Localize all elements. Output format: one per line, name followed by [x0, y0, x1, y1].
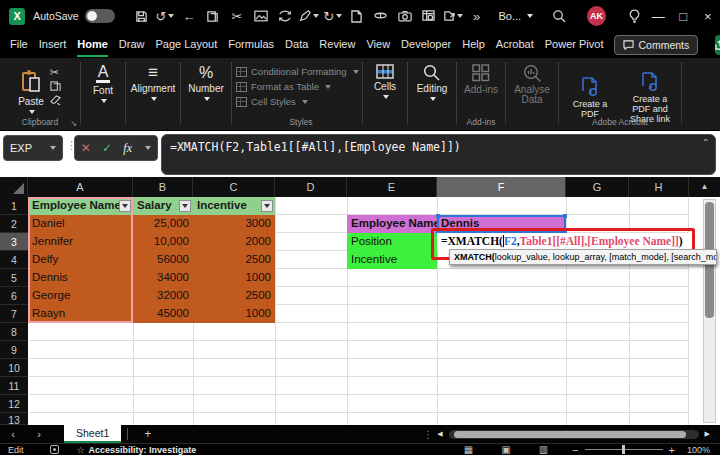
cell-f2-dennis[interactable]: Dennis — [437, 215, 566, 233]
paste-button[interactable]: Paste — [18, 64, 44, 114]
page-layout-view-icon[interactable]: ▣ — [501, 444, 510, 455]
row-header-7[interactable]: 7 — [0, 305, 28, 323]
col-header-a[interactable]: A — [28, 177, 133, 197]
conditional-formatting-button[interactable]: Conditional Formatting — [236, 64, 359, 79]
addins-button[interactable]: Add-ins — [464, 58, 498, 95]
tab-developer[interactable]: Developer — [401, 33, 451, 57]
row-header-3[interactable]: 3 — [0, 233, 28, 251]
cell-a5[interactable]: Dennis — [28, 269, 133, 287]
cell-b4[interactable]: 56000 — [133, 251, 193, 269]
zoom-in-button[interactable]: + — [669, 444, 675, 455]
col-header-f[interactable]: F — [437, 177, 566, 197]
cell-a3[interactable]: Jennifer — [28, 233, 133, 251]
row-header-13[interactable]: 13 — [0, 413, 28, 425]
col-header-b[interactable]: B — [133, 177, 193, 197]
pin-icon[interactable] — [371, 6, 391, 26]
cut-icon[interactable]: ✂ — [50, 66, 62, 78]
create-pdf-share-button[interactable]: Create a PDF and Share link — [624, 65, 676, 124]
col-header-c[interactable]: C — [193, 177, 275, 197]
name-box[interactable]: EXP — [3, 135, 63, 161]
cell-e4-incentive[interactable]: Incentive — [347, 251, 437, 269]
cell-b5[interactable]: 34000 — [133, 269, 193, 287]
filter-button[interactable] — [261, 200, 273, 212]
avatar[interactable]: AK — [587, 6, 606, 26]
row-header-8[interactable]: 8 — [0, 323, 28, 341]
col-header-e[interactable]: E — [347, 177, 437, 197]
row-header-9[interactable]: 9 — [0, 341, 28, 359]
scroll-right-icon[interactable]: ▶ — [701, 430, 714, 438]
save-icon[interactable] — [131, 6, 151, 26]
col-header-h[interactable]: H — [629, 177, 689, 197]
format-painter-icon[interactable] — [50, 95, 62, 106]
cell-c6[interactable]: 2500 — [193, 287, 275, 305]
search-icon[interactable] — [549, 6, 569, 26]
formula-bar-collapse-icon[interactable]: ⌃ — [702, 137, 710, 148]
ink-pen-icon[interactable] — [299, 6, 319, 26]
toolbar-overflow-icon[interactable]: » — [467, 6, 487, 26]
normal-view-icon[interactable]: ▦ — [464, 444, 473, 455]
document-title-button[interactable]: Bo... — [498, 10, 533, 22]
sheet-tab-active[interactable]: Sheet1 — [64, 425, 121, 443]
add-sheet-button[interactable]: + — [134, 427, 161, 441]
analyse-data-button[interactable]: Analyse Data — [506, 58, 558, 105]
cell-c1-incentive-header[interactable]: Incentive — [193, 197, 275, 215]
cell-c7[interactable]: 1000 — [193, 305, 275, 323]
font-menu-button[interactable]: A Font — [93, 58, 113, 103]
formula-input[interactable]: =XMATCH(F2,Table1[[#All],[Employee Name]… — [161, 134, 716, 175]
prev-sheet-icon[interactable]: ‹ — [0, 428, 26, 440]
cell-e2-employee-name[interactable]: Employee Name — [347, 215, 437, 233]
comments-button[interactable]: Comments — [614, 35, 698, 55]
tab-home[interactable]: Home — [77, 33, 108, 57]
excel-logo-icon[interactable]: X — [9, 8, 25, 25]
picture-icon[interactable] — [251, 6, 271, 26]
cell-c4[interactable]: 2500 — [193, 251, 275, 269]
macro-record-icon[interactable] — [50, 445, 59, 454]
cancel-icon[interactable]: ✕ — [81, 141, 91, 155]
cut-icon[interactable]: ✂ — [227, 6, 247, 26]
filter-button[interactable] — [119, 200, 131, 212]
find-replace-icon[interactable] — [275, 6, 295, 26]
tab-page-layout[interactable]: Page Layout — [155, 33, 217, 57]
tab-file[interactable]: File — [10, 33, 28, 57]
cell-b2[interactable]: 25,000 — [133, 215, 193, 233]
editing-menu-button[interactable]: Editing — [417, 58, 448, 101]
cells-menu-button[interactable]: Cells — [374, 58, 396, 99]
row-header-1[interactable]: 1 — [0, 197, 28, 215]
table-lookup-icon[interactable] — [419, 6, 439, 26]
horizontal-scrollbar[interactable] — [449, 430, 699, 439]
row-header-6[interactable]: 6 — [0, 287, 28, 305]
col-header-g[interactable]: G — [566, 177, 629, 197]
row-header-2[interactable]: 2 — [0, 215, 28, 233]
export-icon[interactable] — [443, 6, 463, 26]
cell-a7[interactable]: Raayn — [28, 305, 133, 323]
tab-power-pivot[interactable]: Power Pivot — [545, 33, 604, 57]
next-sheet-icon[interactable]: › — [26, 428, 52, 440]
zoom-out-button[interactable]: − — [572, 444, 578, 455]
accessibility-status[interactable]: Accessibility: Investigate — [89, 445, 197, 455]
scroll-up-icon[interactable]: ▲ — [689, 177, 720, 197]
undo-icon[interactable]: ↺ — [155, 6, 175, 26]
camera-icon[interactable] — [395, 6, 415, 26]
row-header-4[interactable]: 4 — [0, 251, 28, 269]
cell-b7[interactable]: 45000 — [133, 305, 193, 323]
row-header-10[interactable]: 10 — [0, 359, 28, 377]
insert-function-button[interactable]: fx — [123, 141, 132, 156]
cell-b3[interactable]: 10,000 — [133, 233, 193, 251]
cell-a1-employee-name-header[interactable]: Employee Name — [28, 197, 133, 215]
cell-e3-position[interactable]: Position — [347, 233, 437, 251]
col-header-d[interactable]: D — [275, 177, 347, 197]
horizontal-scroll-thumb[interactable] — [454, 431, 686, 438]
cell-styles-button[interactable]: Cell Styles — [236, 94, 308, 109]
tab-data[interactable]: Data — [285, 33, 308, 57]
tab-help[interactable]: Help — [462, 33, 485, 57]
select-all-button[interactable] — [0, 177, 28, 197]
tab-review[interactable]: Review — [319, 33, 355, 57]
cell-b1-salary-header[interactable]: Salary — [133, 197, 193, 215]
tab-acrobat[interactable]: Acrobat — [496, 33, 534, 57]
close-button[interactable]: × — [695, 4, 720, 28]
autosave-toggle[interactable] — [85, 9, 115, 23]
row-header-12[interactable]: 12 — [0, 395, 28, 413]
alignment-menu-button[interactable]: ≡ Alignment — [131, 58, 175, 101]
number-menu-button[interactable]: % Number — [188, 58, 224, 101]
cell-c5[interactable]: 1000 — [193, 269, 275, 287]
